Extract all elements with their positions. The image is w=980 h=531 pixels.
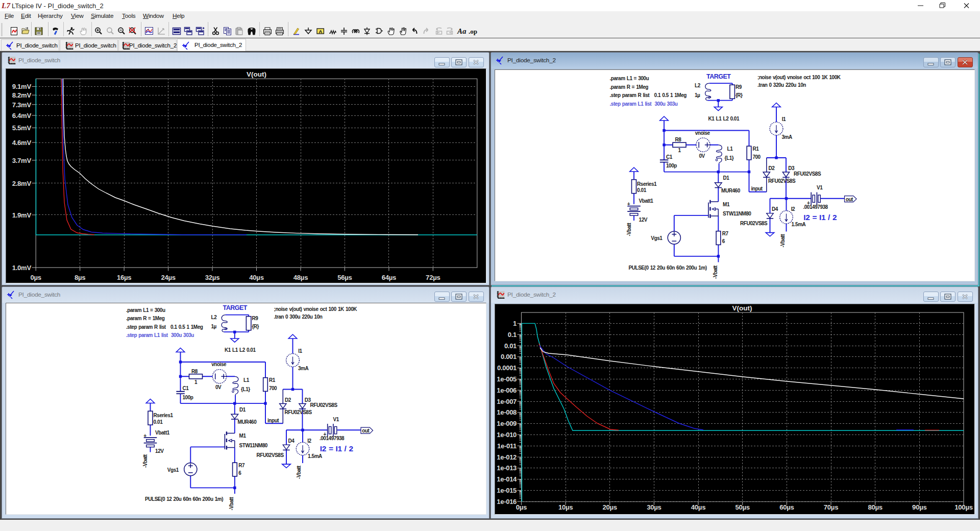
svg-text:1e-016: 1e-016 [497, 498, 517, 505]
svg-text:V(out): V(out) [247, 70, 266, 78]
svg-text:1e-005: 1e-005 [497, 375, 517, 383]
svg-text:6.4mV: 6.4mV [12, 112, 32, 119]
svg-text:1e-015: 1e-015 [497, 487, 517, 494]
svg-text:4.6mV: 4.6mV [12, 139, 32, 147]
svg-text:.tran 0 300u 220u 10n: .tran 0 300u 220u 10n [274, 314, 323, 320]
svg-text:1.9mV: 1.9mV [12, 211, 32, 219]
svg-text:100µs: 100µs [954, 503, 972, 511]
svg-text:.tran 0 320u 220u 10n: .tran 0 320u 220u 10n [757, 82, 806, 88]
svg-text:72µs: 72µs [426, 274, 440, 281]
svg-text:1.0mV: 1.0mV [12, 264, 32, 272]
svg-text:.op: .op [469, 28, 477, 35]
svg-text:40µs: 40µs [691, 503, 705, 511]
svg-text:1e-008: 1e-008 [497, 408, 517, 416]
svg-text:0.0001: 0.0001 [497, 364, 517, 372]
svg-text:48µs: 48µs [293, 274, 308, 281]
svg-text:0µs: 0µs [31, 274, 41, 281]
svg-text:V(out): V(out) [732, 304, 752, 312]
svg-text:1e-012: 1e-012 [497, 453, 517, 461]
svg-text:5.5mV: 5.5mV [12, 124, 32, 132]
svg-text:32µs: 32µs [205, 274, 219, 281]
svg-text:80µs: 80µs [868, 503, 882, 511]
svg-text:1e-010: 1e-010 [497, 431, 517, 439]
svg-text:10µs: 10µs [558, 503, 573, 511]
svg-text:1e-009: 1e-009 [497, 420, 517, 427]
svg-text:1e-014: 1e-014 [497, 475, 517, 483]
svg-text:0.001: 0.001 [501, 353, 517, 360]
svg-text:A: A [319, 29, 323, 34]
svg-text:20µs: 20µs [602, 503, 617, 511]
svg-text:3.7mV: 3.7mV [12, 157, 32, 164]
svg-text:40µs: 40µs [249, 274, 263, 281]
svg-text:8.2mV: 8.2mV [12, 91, 32, 99]
svg-text:L7: L7 [2, 2, 11, 9]
svg-text:9.1mV: 9.1mV [12, 83, 32, 90]
svg-text:8µs: 8µs [75, 274, 85, 281]
svg-text:0.1: 0.1 [508, 331, 517, 339]
svg-text:0µs: 0µs [516, 503, 527, 511]
svg-text:60µs: 60µs [779, 503, 794, 511]
svg-text:56µs: 56µs [337, 274, 352, 281]
svg-text:24µs: 24µs [161, 274, 175, 281]
svg-text:Aa: Aa [457, 27, 467, 35]
svg-text:1: 1 [513, 320, 517, 327]
svg-text:1e-006: 1e-006 [497, 387, 517, 394]
svg-text:90µs: 90µs [912, 503, 926, 511]
svg-text:7.3mV: 7.3mV [12, 101, 32, 109]
svg-text:2.8mV: 2.8mV [12, 180, 32, 187]
svg-text:30µs: 30µs [647, 503, 661, 511]
svg-text:1e-011: 1e-011 [497, 442, 517, 450]
svg-text:1e-007: 1e-007 [497, 398, 517, 405]
svg-text:64µs: 64µs [382, 274, 396, 281]
svg-text:50µs: 50µs [735, 503, 749, 511]
svg-text:70µs: 70µs [824, 503, 838, 511]
svg-text:16µs: 16µs [117, 274, 131, 281]
svg-text:0.01: 0.01 [504, 342, 517, 350]
svg-text:1e-013: 1e-013 [497, 464, 517, 472]
